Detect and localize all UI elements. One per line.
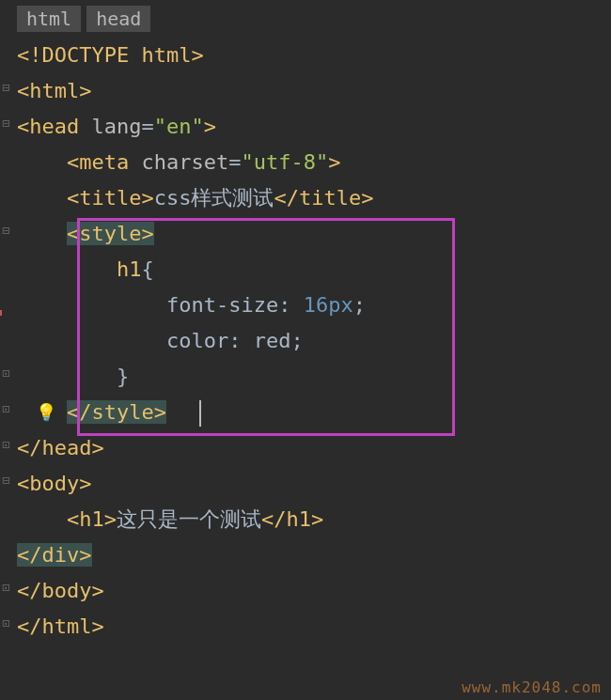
breadcrumb[interactable]: html head	[0, 0, 611, 38]
code-line-12[interactable]: </head>	[17, 430, 611, 466]
breadcrumb-item-html[interactable]: html	[17, 6, 81, 32]
code-line-6[interactable]: <style>	[17, 216, 611, 252]
fold-marker-icon[interactable]	[2, 366, 9, 380]
fold-marker-icon[interactable]	[2, 81, 9, 94]
code-line-1[interactable]: <!DOCTYPE html>	[17, 38, 611, 73]
fold-marker-icon[interactable]	[2, 224, 9, 237]
code-line-5[interactable]: <title>css样式测试</title>	[17, 180, 611, 216]
lightbulb-icon[interactable]: 💡	[36, 402, 56, 422]
fold-marker-icon[interactable]	[2, 581, 9, 594]
code-line-2[interactable]: <html>	[17, 73, 611, 109]
fold-marker-icon[interactable]	[2, 474, 9, 487]
text-cursor	[199, 400, 201, 427]
code-line-11[interactable]: </style>	[17, 395, 611, 430]
code-line-7[interactable]: h1{	[17, 252, 611, 288]
fold-marker-icon[interactable]	[2, 402, 9, 415]
code-line-16[interactable]: </body>	[17, 573, 611, 609]
code-line-9[interactable]: color: red;	[17, 323, 611, 359]
code-line-13[interactable]: <body>	[17, 466, 611, 502]
breadcrumb-item-head[interactable]: head	[86, 6, 150, 32]
code-line-8[interactable]: font-size: 16px;	[17, 288, 611, 323]
fold-marker-icon[interactable]	[2, 438, 9, 451]
error-marker-icon	[0, 310, 2, 316]
code-line-10[interactable]: }	[17, 359, 611, 395]
fold-marker-icon[interactable]	[2, 117, 9, 130]
code-line-4[interactable]: <meta charset="utf-8">	[17, 145, 611, 180]
code-line-15[interactable]: </div>	[17, 537, 611, 573]
fold-marker-icon[interactable]	[2, 616, 9, 630]
code-line-17[interactable]: </html>	[17, 609, 611, 645]
code-line-3[interactable]: <head lang="en">	[17, 109, 611, 145]
code-line-14[interactable]: <h1>这只是一个测试</h1>	[17, 502, 611, 537]
watermark-text: www.mk2048.com	[462, 678, 602, 696]
code-editor[interactable]: <!DOCTYPE html> <html> <head lang="en"> …	[0, 38, 611, 645]
